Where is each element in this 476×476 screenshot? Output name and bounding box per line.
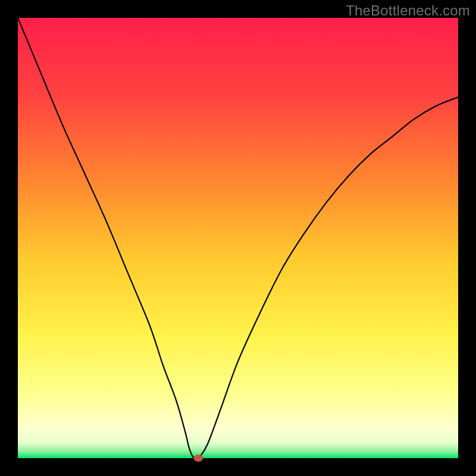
chart-frame: TheBottleneck.com — [0, 0, 476, 476]
minimum-marker — [193, 455, 203, 462]
chart-background-gradient — [18, 18, 458, 458]
bottleneck-chart — [0, 0, 476, 476]
